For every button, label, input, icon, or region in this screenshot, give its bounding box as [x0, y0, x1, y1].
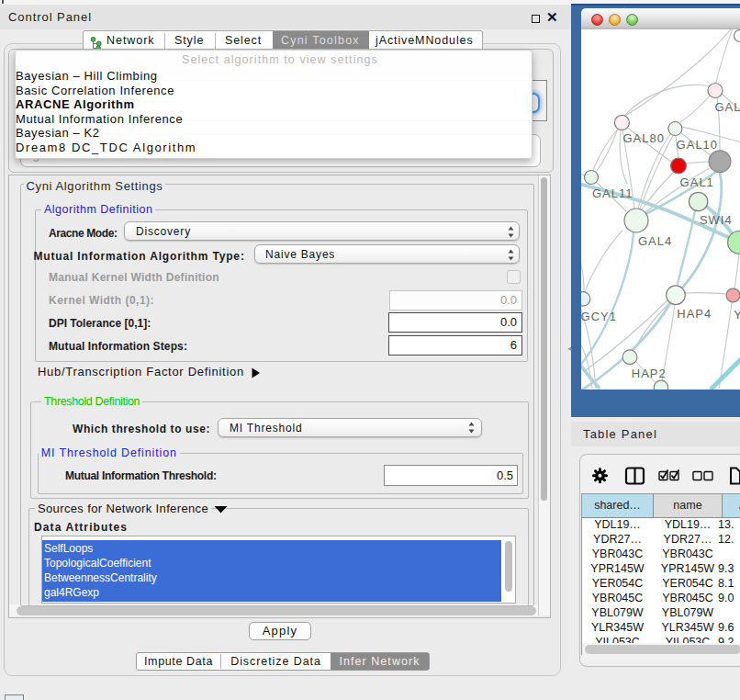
svg-text:GAL10: GAL10: [677, 138, 718, 152]
svg-text:GAL80: GAL80: [623, 131, 665, 145]
svg-text:HAP4: HAP4: [677, 307, 712, 321]
svg-text:GAL2: GAL2: [715, 100, 740, 114]
svg-text:GAL4: GAL4: [638, 234, 672, 248]
svg-text:HAP2: HAP2: [632, 367, 667, 380]
svg-text:GAL1: GAL1: [680, 175, 714, 189]
svg-text:SWI4: SWI4: [700, 213, 733, 227]
svg-text:GCY1: GCY1: [581, 310, 617, 323]
svg-text:GAL11: GAL11: [592, 186, 633, 200]
svg-text:Y: Y: [734, 308, 740, 322]
